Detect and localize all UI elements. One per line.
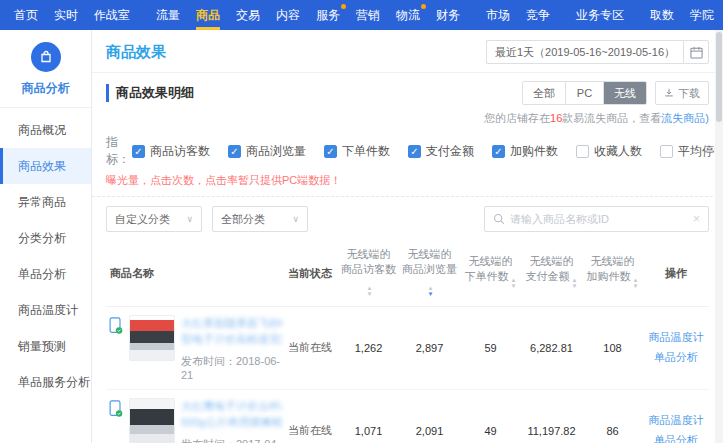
single-analysis-link[interactable]: 单品分析 (654, 350, 698, 365)
nav-finance[interactable]: 财务 (428, 0, 468, 30)
nav-trade[interactable]: 交易 (228, 0, 268, 30)
notification-dot (341, 4, 346, 9)
sidebar-item-effect[interactable]: 商品效果 (0, 148, 91, 184)
search-icon (493, 213, 505, 225)
checkbox-visitors[interactable]: ✓商品访客数 (132, 143, 210, 160)
nav-marketing[interactable]: 营销 (348, 0, 388, 30)
checkbox-icon: ✓ (228, 145, 241, 158)
custom-category-select[interactable]: 自定义分类∨ (106, 206, 202, 232)
tab-pc[interactable]: PC (566, 82, 604, 104)
single-analysis-link[interactable]: 单品分析 (654, 433, 698, 443)
product-image[interactable] (129, 315, 175, 361)
col-header-cart[interactable]: 无线端的加购件数▲▼ (582, 254, 643, 292)
loss-products-link[interactable]: 流失商品) (661, 112, 709, 124)
calendar-icon[interactable] (683, 40, 709, 64)
nav-data-fetch[interactable]: 取数 (642, 0, 682, 30)
product-image[interactable] (129, 398, 175, 443)
all-category-select[interactable]: 全部分类∨ (212, 206, 308, 232)
checkbox-label: 支付金额 (426, 143, 474, 160)
sidebar-header: 商品分析 (0, 30, 91, 108)
checkbox-label: 加购件数 (510, 143, 558, 160)
vertical-scrollbar[interactable] (715, 30, 723, 443)
nav-service[interactable]: 服务 (308, 0, 348, 30)
select-value: 自定义分类 (115, 212, 170, 227)
cart-value: 86 (582, 425, 643, 437)
nav-logistics[interactable]: 物流 (388, 0, 428, 30)
checkbox-payment[interactable]: ✓支付金额 (408, 143, 474, 160)
nav-logistics-label: 物流 (396, 7, 420, 24)
publish-date: 发布时间：2017-04-15 (181, 437, 282, 443)
sidebar-item-abnormal[interactable]: 异常商品 (0, 184, 91, 220)
metric-filter-row: 指标： ✓商品访客数 ✓商品浏览量 ✓下单件数 ✓支付金额 ✓加购件数 收藏人数… (92, 126, 723, 168)
payment-value: 11,197.82 (521, 425, 582, 437)
checkbox-icon: ✓ (492, 145, 505, 158)
nav-products[interactable]: 商品 (188, 0, 228, 30)
download-button[interactable]: 下载 (655, 81, 709, 105)
sidebar-item-service-analysis[interactable]: 单品服务分析 (0, 364, 91, 400)
thermometer-link[interactable]: 商品温度计 (649, 330, 704, 345)
filter-label: 指标： (106, 134, 130, 168)
col-header-payment[interactable]: 无线端的支付金额▲▼ (521, 254, 582, 292)
checkbox-avg-stay[interactable]: 平均停留时长 (660, 143, 723, 160)
payment-value: 6,282.81 (521, 342, 582, 354)
nav-business-zone[interactable]: 业务专区 (568, 0, 632, 30)
col-header-ops: 操作 (643, 266, 709, 281)
checkbox-views[interactable]: ✓商品浏览量 (228, 143, 306, 160)
download-label: 下载 (678, 86, 700, 101)
visitors-value: 1,071 (338, 425, 399, 437)
cart-value: 108 (582, 342, 643, 354)
nav-traffic[interactable]: 流量 (148, 0, 188, 30)
nav-content[interactable]: 内容 (268, 0, 308, 30)
nav-home[interactable]: 首页 (6, 0, 46, 30)
nav-academy[interactable]: 学院 (682, 0, 722, 30)
date-range-selector[interactable]: 最近1天（2019-05-16~2019-05-16） (486, 40, 683, 64)
product-name-link[interactable]: 型电子计价高精度克数蓝牙款 (181, 331, 282, 348)
clear-icon[interactable]: × (693, 212, 700, 226)
tab-all[interactable]: 全部 (523, 82, 566, 104)
sidebar-item-overview[interactable]: 商品概况 (0, 112, 91, 148)
publish-date: 发布时间：2018-06-21 (181, 354, 282, 381)
thermometer-link[interactable]: 商品温度计 (649, 413, 704, 428)
tab-wireless[interactable]: 无线 (604, 82, 646, 104)
checkbox-cart[interactable]: ✓加购件数 (492, 143, 558, 160)
mobile-verified-icon (108, 317, 123, 335)
table-row: 大红鹰电子计价台秤高精准标准 500g公斤商用摆摊精品克分 发布时间：2017-… (106, 390, 709, 443)
checkbox-icon: ✓ (324, 145, 337, 158)
sort-icon-active: ▲▼ (428, 288, 434, 300)
table-controls: 自定义分类∨ 全部分类∨ × (92, 197, 723, 241)
orders-value: 49 (460, 425, 521, 437)
sidebar-title: 商品分析 (0, 80, 91, 97)
col-header-orders[interactable]: 无线端的下单件数▲▼ (460, 254, 521, 292)
notification-dot (421, 4, 426, 9)
date-range-control: 最近1天（2019-05-16~2019-05-16） (486, 40, 709, 64)
nav-market[interactable]: 市场 (478, 0, 518, 30)
metric-label: 商品浏览量 (402, 263, 457, 275)
product-name-link[interactable]: 大红票面随票面飞秒0.01精准小 (181, 315, 282, 332)
checkbox-orders[interactable]: ✓下单件数 (324, 143, 390, 160)
product-name-link[interactable]: 500g公斤商用摆摊精品克分 (181, 414, 282, 431)
search-input[interactable] (510, 213, 693, 225)
sidebar-item-forecast[interactable]: 销量预测 (0, 328, 91, 364)
scrollbar-thumb[interactable] (716, 32, 722, 122)
sidebar-item-category[interactable]: 分类分析 (0, 220, 91, 256)
checkbox-icon: ✓ (408, 145, 421, 158)
sort-icon: ▲▼ (511, 280, 517, 292)
loss-notice: 您的店铺存在16款易流失商品，查看流失商品) (92, 109, 723, 126)
sidebar-item-thermometer[interactable]: 商品温度计 (0, 292, 91, 328)
nav-warroom[interactable]: 作战室 (86, 0, 138, 30)
metric-prefix: 无线端的 (408, 248, 452, 260)
metric-prefix: 无线端的 (347, 248, 391, 260)
section-title: 商品效果明细 (106, 84, 194, 102)
mobile-verified-icon (108, 400, 123, 418)
checkbox-favorites[interactable]: 收藏人数 (576, 143, 642, 160)
views-value: 2,091 (399, 425, 460, 437)
sidebar-item-single[interactable]: 单品分析 (0, 256, 91, 292)
product-analysis-icon (31, 42, 61, 72)
col-header-views[interactable]: 无线端的商品浏览量▲▼ (399, 247, 460, 300)
nav-competition[interactable]: 竞争 (518, 0, 558, 30)
product-name-link[interactable]: 大红鹰电子计价台秤高精准标准 (181, 398, 282, 415)
nav-realtime[interactable]: 实时 (46, 0, 86, 30)
checkbox-icon (660, 145, 673, 158)
chevron-down-icon: ∨ (292, 214, 299, 224)
col-header-visitors[interactable]: 无线端的商品访客数▲▼ (338, 247, 399, 300)
